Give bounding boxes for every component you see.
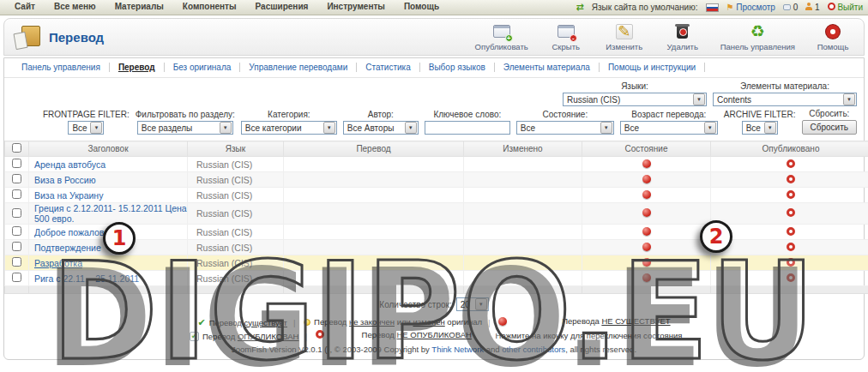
row-title-link[interactable]: Аренда автобуса bbox=[29, 159, 105, 170]
row-language: Russian (CIS) bbox=[188, 190, 252, 201]
unpublished-icon[interactable] bbox=[787, 175, 795, 183]
section-select[interactable]: Все разделы▼ bbox=[137, 121, 233, 135]
select-all-checkbox[interactable] bbox=[12, 143, 21, 153]
state-not-exists-icon[interactable] bbox=[642, 159, 651, 168]
tab-control-panel[interactable]: Панель управления bbox=[13, 63, 110, 72]
category-filter-label: Категория: bbox=[268, 110, 310, 119]
russian-flag-icon[interactable] bbox=[706, 3, 719, 12]
delete-button[interactable]: Удалить bbox=[662, 23, 703, 51]
archive-filter-label: ARCHIVE FILTER: bbox=[724, 110, 796, 119]
row-checkbox[interactable] bbox=[12, 273, 21, 282]
row-checkbox[interactable] bbox=[12, 242, 21, 251]
menu-extensions[interactable]: Расширения bbox=[246, 0, 318, 15]
messages-indicator[interactable]: 0 bbox=[783, 3, 798, 12]
frontpage-select[interactable]: Все▼ bbox=[68, 121, 104, 135]
content-elements-filter-label: Элементы материала: bbox=[740, 81, 829, 91]
menu-components[interactable]: Компоненты bbox=[173, 0, 246, 15]
row-checkbox[interactable] bbox=[12, 226, 21, 236]
menu-site[interactable]: Сайт bbox=[5, 0, 45, 15]
tab-orphans[interactable]: Без оригинала bbox=[165, 63, 241, 72]
logout-power-icon bbox=[828, 3, 835, 10]
row-title-link[interactable]: Разработка bbox=[29, 258, 82, 268]
unpublished-icon[interactable] bbox=[787, 159, 795, 168]
state-not-exists-icon[interactable] bbox=[642, 243, 651, 251]
contributors-link[interactable]: other contributors bbox=[502, 345, 565, 354]
state-not-exists-icon[interactable] bbox=[642, 175, 651, 183]
unpublished-icon[interactable] bbox=[787, 208, 795, 217]
author-select[interactable]: Все Авторы▼ bbox=[343, 121, 419, 135]
legend-exists: ✔ Перевод существует bbox=[191, 317, 293, 328]
unpublished-icon[interactable] bbox=[787, 273, 795, 282]
language-select[interactable]: Russian (CIS)▼ bbox=[563, 93, 707, 106]
logout-label[interactable]: Выйти bbox=[837, 3, 863, 12]
legend-published-link[interactable]: ОПУБЛИКОВАН bbox=[238, 332, 299, 341]
help-button[interactable]: Помощь bbox=[812, 23, 853, 51]
tab-content-elements[interactable]: Элементы материала bbox=[495, 63, 600, 72]
row-checkbox[interactable] bbox=[12, 189, 21, 199]
legend-unpublished-link[interactable]: НЕ ОПУБЛИКОВАН bbox=[396, 330, 471, 339]
edit-button[interactable]: ✎ Изменить bbox=[604, 23, 645, 51]
menu-help[interactable]: Помощь bbox=[395, 0, 449, 15]
menu-all-menus[interactable]: Все меню bbox=[45, 0, 105, 15]
preview-link-label[interactable]: Просмотр bbox=[736, 3, 775, 12]
legend-exists-link[interactable]: существует bbox=[244, 318, 287, 327]
row-title-link[interactable]: Греция с 2.12.2011- 15.12.2011 Цена 500 … bbox=[29, 203, 187, 224]
menu-tools[interactable]: Инструменты bbox=[317, 0, 395, 15]
col-language[interactable]: Язык bbox=[188, 141, 284, 157]
state-not-exists-icon[interactable] bbox=[642, 208, 651, 217]
control-panel-button[interactable]: ♻ Панель управления bbox=[720, 23, 795, 51]
row-language: Russian (CIS) bbox=[188, 227, 252, 237]
col-modified[interactable]: Изменено bbox=[464, 141, 582, 157]
category-select[interactable]: Все категории▼ bbox=[241, 121, 337, 135]
menu-content[interactable]: Материалы bbox=[105, 0, 173, 15]
translation-age-select[interactable]: Все▼ bbox=[620, 121, 718, 135]
author-filter-label: Автор: bbox=[368, 110, 394, 119]
unpublished-icon[interactable] bbox=[787, 258, 795, 267]
tab-language-config[interactable]: Выбор языков bbox=[420, 63, 495, 72]
filter-row-language: Языки: Russian (CIS)▼ Элементы материала… bbox=[11, 81, 857, 106]
tab-translation[interactable]: Перевод bbox=[110, 63, 165, 72]
publish-button[interactable]: + Опубликовать bbox=[475, 23, 528, 51]
tab-manage-translations[interactable]: Управление переводами bbox=[240, 63, 357, 72]
legend-incomplete-link2[interactable]: изменен bbox=[413, 317, 444, 327]
content-elements-select[interactable]: Contents▼ bbox=[713, 93, 857, 106]
unpublished-icon[interactable] bbox=[787, 190, 795, 199]
unpublished-icon[interactable] bbox=[787, 243, 795, 251]
state-not-exists-icon[interactable] bbox=[642, 273, 651, 282]
online-users-indicator[interactable]: 1 bbox=[805, 3, 819, 12]
reset-button[interactable]: Сбросить bbox=[802, 120, 857, 135]
col-state[interactable]: Состояние bbox=[582, 141, 711, 157]
row-title-link[interactable]: Подтверждение bbox=[29, 243, 101, 253]
state-not-exists-icon[interactable] bbox=[642, 190, 651, 199]
legend-not-exists-link[interactable]: НЕ СУЩЕСТВУЕТ bbox=[601, 316, 670, 326]
unpublished-icon[interactable] bbox=[787, 227, 795, 236]
keyword-input[interactable] bbox=[425, 121, 510, 135]
hide-button[interactable]: - Скрыть bbox=[546, 23, 587, 51]
tab-help[interactable]: Помощь и инструкции bbox=[600, 63, 705, 72]
row-title-link[interactable]: Виза в Россию bbox=[29, 175, 96, 185]
state-not-exists-icon[interactable] bbox=[642, 258, 651, 267]
row-checkbox[interactable] bbox=[12, 174, 21, 183]
chevron-down-icon: ▼ bbox=[843, 93, 855, 105]
col-published[interactable]: Опубликовано bbox=[711, 141, 868, 157]
row-title-link[interactable]: Рига с 22.11. - 25.11.2011 bbox=[29, 273, 139, 284]
legend: ✔ Перевод существует | Перевод не законч… bbox=[4, 316, 864, 341]
state-select[interactable]: Все▼ bbox=[516, 121, 614, 135]
tab-statistics[interactable]: Статистика bbox=[357, 63, 420, 72]
table-row: Аренда автобуса Russian (CIS) bbox=[5, 157, 868, 172]
row-language: Russian (CIS) bbox=[188, 258, 252, 268]
published-check-icon: ✔ bbox=[190, 332, 199, 341]
row-checkbox[interactable] bbox=[12, 208, 21, 218]
row-title-link[interactable]: Виза на Украину bbox=[29, 190, 103, 201]
row-checkbox[interactable] bbox=[12, 257, 21, 267]
archive-select[interactable]: Все▼ bbox=[742, 121, 778, 135]
col-translation[interactable]: Перевод bbox=[284, 141, 464, 157]
state-not-exists-icon[interactable] bbox=[642, 227, 651, 236]
col-title[interactable]: Заголовок bbox=[29, 141, 188, 157]
rows-per-page-select[interactable]: 20▼ bbox=[456, 297, 489, 311]
row-checkbox[interactable] bbox=[12, 159, 21, 168]
legend-incomplete-link1[interactable]: не закончен bbox=[349, 317, 395, 327]
preview-link[interactable]: ⚑ Просмотр bbox=[726, 3, 775, 12]
logout-link[interactable]: Выйти bbox=[828, 3, 863, 12]
think-network-link[interactable]: Think Network bbox=[431, 345, 484, 354]
